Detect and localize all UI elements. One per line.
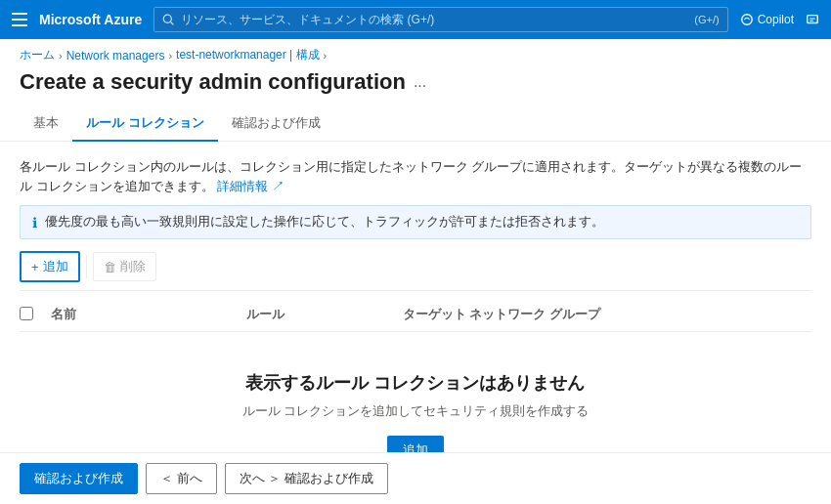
header-target: ターゲット ネットワーク グループ bbox=[403, 307, 811, 323]
main-content: ホーム › Network managers › test-networkman… bbox=[0, 39, 831, 504]
breadcrumb-sep-2: › bbox=[168, 50, 172, 62]
confirm-create-button[interactable]: 確認および作成 bbox=[20, 463, 138, 494]
header-checkbox-col bbox=[20, 307, 51, 323]
copilot-icon bbox=[740, 13, 754, 26]
breadcrumb-sep-3: › bbox=[324, 50, 328, 62]
description-text: 各ルール コレクション内のルールは、コレクション用に指定したネットワーク グルー… bbox=[20, 157, 811, 195]
detail-link[interactable]: 詳細情報 ↗ bbox=[217, 179, 284, 193]
select-all-checkbox[interactable] bbox=[20, 307, 33, 320]
page-title: Create a security admin configuration bbox=[20, 69, 406, 95]
add-label: 追加 bbox=[43, 258, 68, 275]
breadcrumb-config[interactable]: test-networkmanager | 構成 bbox=[176, 47, 320, 63]
feedback-button[interactable] bbox=[806, 13, 819, 26]
info-icon: ℹ bbox=[32, 215, 37, 231]
copilot-button[interactable]: Copilot bbox=[740, 13, 794, 26]
tab-rule-collections[interactable]: ルール コレクション bbox=[72, 106, 218, 142]
azure-logo: Microsoft Azure bbox=[39, 12, 142, 27]
next-button[interactable]: 次へ ＞ 確認および作成 bbox=[225, 463, 388, 494]
svg-point-2 bbox=[741, 15, 752, 25]
nav-right-area: Copilot bbox=[740, 13, 819, 26]
top-navigation: Microsoft Azure (G+/) Copilot bbox=[0, 0, 831, 39]
back-button[interactable]: ＜ 前へ bbox=[146, 463, 217, 494]
tab-confirm-create[interactable]: 確認および作成 bbox=[218, 106, 334, 142]
more-options-button[interactable]: ... bbox=[414, 73, 426, 91]
copilot-label: Copilot bbox=[758, 13, 794, 26]
svg-line-1 bbox=[171, 21, 174, 24]
footer: 確認および作成 ＜ 前へ 次へ ＞ 確認および作成 bbox=[0, 452, 831, 504]
delete-button[interactable]: 🗑 削除 bbox=[93, 252, 156, 281]
external-link-icon: ↗ bbox=[272, 179, 284, 193]
breadcrumb-home[interactable]: ホーム bbox=[20, 47, 55, 63]
toolbar-divider bbox=[86, 255, 87, 278]
add-icon: + bbox=[31, 260, 39, 274]
feedback-icon bbox=[806, 13, 819, 26]
page-title-row: Create a security admin configuration ..… bbox=[0, 63, 831, 106]
delete-label: 削除 bbox=[120, 258, 146, 275]
empty-subtitle: ルール コレクションを追加してセキュリティ規則を作成する bbox=[39, 402, 792, 420]
breadcrumb: ホーム › Network managers › test-networkman… bbox=[0, 39, 831, 63]
info-banner-text: 優先度の最も高い一致規則用に設定した操作に応じて、トラフィックが許可または拒否さ… bbox=[45, 214, 604, 231]
search-icon bbox=[162, 14, 175, 26]
search-shortcut: (G+/) bbox=[694, 14, 719, 25]
breadcrumb-sep-1: › bbox=[59, 50, 63, 62]
header-name: 名前 bbox=[51, 307, 246, 323]
empty-title: 表示するルール コレクションはありません bbox=[39, 371, 792, 395]
add-button[interactable]: + 追加 bbox=[20, 251, 80, 282]
toolbar: + 追加 🗑 削除 bbox=[20, 251, 811, 291]
tab-bar: 基本 ルール コレクション 確認および作成 bbox=[0, 106, 831, 142]
tab-basics[interactable]: 基本 bbox=[20, 106, 72, 142]
header-rule: ルール bbox=[246, 307, 403, 323]
table-header: 名前 ルール ターゲット ネットワーク グループ bbox=[20, 299, 811, 332]
breadcrumb-network-managers[interactable]: Network managers bbox=[66, 49, 165, 63]
global-search-bar[interactable]: (G+/) bbox=[153, 7, 727, 32]
info-banner: ℹ 優先度の最も高い一致規則用に設定した操作に応じて、トラフィックが許可または拒… bbox=[20, 205, 811, 239]
svg-point-0 bbox=[164, 15, 172, 22]
hamburger-menu[interactable] bbox=[12, 13, 27, 26]
delete-icon: 🗑 bbox=[104, 260, 116, 274]
content-area: 各ルール コレクション内のルールは、コレクション用に指定したネットワーク グルー… bbox=[0, 142, 831, 504]
search-input[interactable] bbox=[181, 13, 688, 26]
